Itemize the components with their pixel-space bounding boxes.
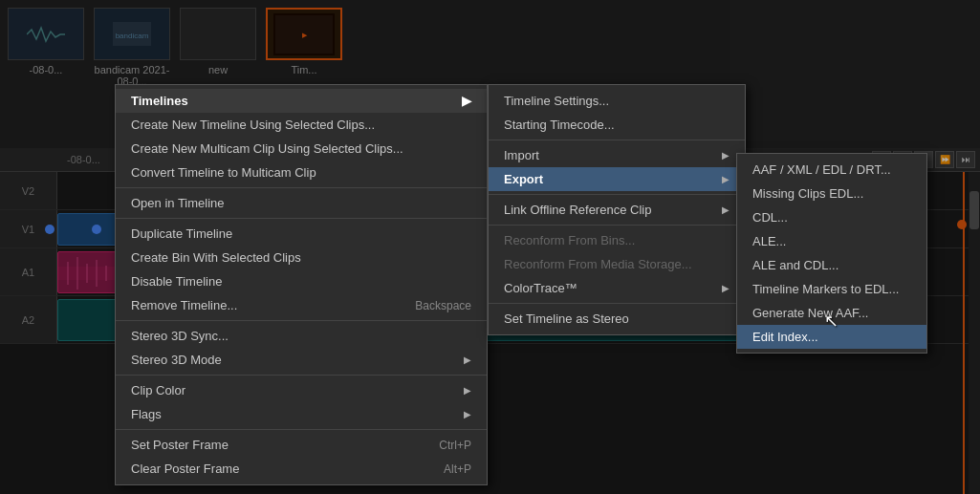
submenu-arrow: ▶	[722, 150, 730, 161]
menu-item-starting-timecode[interactable]: Starting Timecode...	[489, 113, 745, 137]
menu-item-open-in-timeline[interactable]: Open in Timeline	[116, 191, 487, 215]
menu-item-label: Create Bin With Selected Clips	[131, 250, 301, 265]
menu-item-label: Link Offline Reference Clip	[504, 203, 651, 217]
menu-item-convert-timeline[interactable]: Convert Timeline to Multicam Clip	[116, 161, 487, 184]
separator	[116, 218, 487, 219]
menu-item-stereo-mode[interactable]: Stereo 3D Mode ▶	[116, 348, 487, 372]
menu-item-duplicate-timeline[interactable]: Duplicate Timeline	[116, 222, 487, 246]
menu-item-label: Timeline Markers to EDL...	[752, 282, 899, 296]
menu-item-label: Missing Clips EDL...	[752, 186, 863, 201]
menu-item-label: Clear Poster Frame	[131, 462, 239, 476]
menu-item-stereo-sync[interactable]: Stereo 3D Sync...	[116, 324, 487, 348]
shortcut-clear-poster: Alt+P	[444, 462, 471, 476]
context-menu-timelines: Timeline Settings... Starting Timecode..…	[488, 84, 746, 335]
separator	[489, 140, 745, 140]
shortcut-remove: Backspace	[415, 299, 471, 312]
menu-item-reconform-media[interactable]: Reconform From Media Storage...	[489, 252, 745, 276]
menu-header-label: Timelines	[131, 94, 188, 108]
menu-item-generate-aaf[interactable]: Generate New AAF...	[737, 301, 926, 325]
menu-item-label: Flags	[131, 407, 162, 421]
submenu-arrow: ▶	[722, 283, 730, 293]
menu-item-flags[interactable]: Flags ▶	[116, 402, 487, 426]
menu-item-label: ALE and CDL...	[752, 258, 838, 272]
separator	[116, 320, 487, 321]
submenu-arrow: ▶	[464, 409, 471, 419]
menu-item-label: Edit Index...	[752, 330, 818, 344]
menu-item-ale-cdl[interactable]: ALE and CDL...	[737, 253, 926, 277]
menu-item-timeline-settings[interactable]: Timeline Settings...	[489, 89, 745, 113]
menu-item-create-new-timeline[interactable]: Create New Timeline Using Selected Clips…	[116, 113, 487, 137]
separator	[489, 303, 745, 304]
menu-item-label: Disable Timeline	[131, 274, 222, 289]
menu-item-clip-color[interactable]: Clip Color ▶	[116, 378, 487, 402]
menu-item-label: CDL...	[752, 210, 788, 225]
separator	[489, 225, 745, 226]
menu-item-label: Set Poster Frame	[131, 438, 229, 452]
menu-item-import[interactable]: Import ▶	[489, 143, 745, 167]
menu-header-arrow: ▶	[462, 94, 471, 108]
submenu-arrow: ▶	[464, 354, 471, 365]
menu-item-label: ALE...	[752, 234, 786, 248]
separator	[116, 429, 487, 430]
menu-item-label: Export	[504, 172, 543, 186]
separator	[489, 194, 745, 195]
menu-item-set-poster[interactable]: Set Poster Frame Ctrl+P	[116, 433, 487, 457]
menu-item-missing-clips-edl[interactable]: Missing Clips EDL...	[737, 182, 926, 205]
menu-item-label: Import	[504, 148, 539, 162]
menu-item-label: Stereo 3D Mode	[131, 353, 222, 367]
submenu-arrow: ▶	[464, 385, 471, 396]
menu-item-cdl[interactable]: CDL...	[737, 205, 926, 229]
menu-item-label: Timeline Settings...	[504, 94, 609, 108]
submenu-arrow: ▶	[722, 204, 730, 215]
menu-item-label: AAF / XML / EDL / DRT...	[752, 162, 891, 177]
context-menu-main: Timelines ▶ Create New Timeline Using Se…	[115, 84, 488, 485]
separator	[116, 187, 487, 188]
menu-item-label: Stereo 3D Sync...	[131, 329, 229, 343]
menu-item-color-trace[interactable]: ColorTrace™ ▶	[489, 276, 745, 300]
menu-item-label: Create New Multicam Clip Using Selected …	[131, 141, 403, 156]
menu-item-label: Reconform From Bins...	[504, 233, 635, 247]
menu-item-disable-timeline[interactable]: Disable Timeline	[116, 269, 487, 293]
menu-item-label: Clip Color	[131, 383, 185, 397]
menu-item-aaf-xml[interactable]: AAF / XML / EDL / DRT...	[737, 158, 926, 182]
menu-item-clear-poster[interactable]: Clear Poster Frame Alt+P	[116, 457, 487, 481]
menu-item-label: Create New Timeline Using Selected Clips…	[131, 118, 375, 132]
menu-item-create-multicam[interactable]: Create New Multicam Clip Using Selected …	[116, 137, 487, 161]
separator	[116, 375, 487, 376]
menu-item-label: Set Timeline as Stereo	[504, 311, 629, 326]
menu-item-label: Reconform From Media Storage...	[504, 257, 692, 271]
menu-item-timeline-markers-edl[interactable]: Timeline Markers to EDL...	[737, 277, 926, 301]
shortcut-set-poster: Ctrl+P	[439, 439, 471, 452]
menu-header-timelines: Timelines ▶	[116, 89, 487, 113]
menu-item-label: Remove Timeline...	[131, 298, 237, 312]
menu-item-export[interactable]: Export ▶	[489, 167, 745, 191]
menu-item-label: Starting Timecode...	[504, 118, 615, 132]
menu-item-remove-timeline[interactable]: Remove Timeline... Backspace	[116, 293, 487, 317]
menu-item-set-stereo[interactable]: Set Timeline as Stereo	[489, 307, 745, 331]
menu-item-create-bin[interactable]: Create Bin With Selected Clips	[116, 246, 487, 269]
context-menu-export: AAF / XML / EDL / DRT... Missing Clips E…	[736, 153, 927, 354]
menu-item-label: ColorTrace™	[504, 281, 577, 295]
menu-item-link-offline[interactable]: Link Offline Reference Clip ▶	[489, 198, 745, 222]
menu-item-label: Open in Timeline	[131, 196, 225, 210]
menu-item-ale[interactable]: ALE...	[737, 229, 926, 253]
menu-item-reconform-bins[interactable]: Reconform From Bins...	[489, 228, 745, 252]
menu-item-label: Generate New AAF...	[752, 306, 868, 320]
submenu-arrow: ▶	[722, 174, 730, 184]
menu-item-label: Duplicate Timeline	[131, 226, 232, 241]
menu-item-label: Convert Timeline to Multicam Clip	[131, 165, 316, 180]
menu-item-edit-index[interactable]: Edit Index...	[737, 325, 926, 349]
